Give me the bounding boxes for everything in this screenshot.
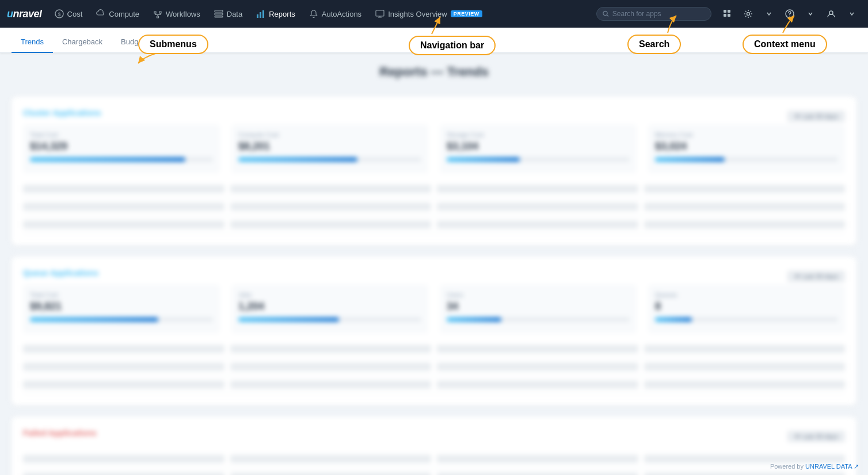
footer: Powered by UNRAVEL DATA ↗ — [761, 458, 868, 475]
preview-badge: PREVIEW — [451, 10, 482, 17]
svg-line-10 — [607, 15, 608, 16]
section-2-metrics: Total Cost $9,821 Jobs 1,204 Users 34 Qu… — [23, 284, 845, 333]
gear-icon — [744, 9, 753, 18]
svg-text:$: $ — [58, 12, 60, 17]
bell-icon — [309, 9, 318, 18]
svg-point-15 — [747, 13, 750, 16]
svg-point-18 — [829, 11, 833, 14]
nav-item-cost[interactable]: $ Cost — [49, 6, 89, 22]
section-1: Cluster Applications ▼ Last 30 days Tota… — [12, 97, 856, 245]
monitor-icon — [375, 9, 384, 18]
user-button[interactable] — [822, 5, 840, 23]
svg-rect-12 — [728, 10, 730, 13]
search-input[interactable] — [612, 10, 705, 18]
logo-text: unravel — [7, 8, 42, 20]
content-header: Reports — Trends — [12, 64, 856, 79]
metric-memory-cost: Memory Cost $3,024 — [648, 124, 845, 173]
nav-item-data[interactable]: Data — [208, 6, 248, 22]
section-3-label: Failed Applications — [23, 428, 97, 438]
subnav-item-chargeback[interactable]: Chargeback — [53, 32, 112, 53]
metric-compute-cost: Compute Cost $8,201 — [231, 124, 428, 173]
content-title: Reports — Trends — [12, 64, 856, 79]
main-content: Reports — Trends Cluster Applications ▼ … — [0, 53, 868, 475]
nav-item-compute[interactable]: Compute — [90, 6, 145, 22]
chevron-down-icon-3 — [849, 11, 855, 17]
metric-users: Users 34 — [440, 284, 637, 333]
section-3-action: ▼ Last 30 days — [787, 431, 845, 442]
section-2-action: ▼ Last 30 days — [787, 271, 845, 282]
help-button[interactable] — [781, 5, 799, 23]
svg-rect-14 — [728, 14, 730, 17]
metric-queue-cost: Total Cost $9,821 — [23, 284, 220, 333]
section-2: Queue Applications ▼ Last 30 days Total … — [12, 257, 856, 405]
metric-storage-cost: Storage Cost $3,104 — [440, 124, 637, 173]
nav-actions — [718, 5, 861, 23]
nav-item-insights[interactable]: Insights Overview PREVIEW — [370, 6, 488, 22]
chevron-down-icon — [766, 11, 772, 17]
svg-rect-7 — [262, 10, 264, 18]
svg-rect-2 — [215, 10, 223, 12]
grid-icon — [723, 9, 732, 18]
nav-item-autoactions[interactable]: AutoActions — [303, 6, 367, 22]
search-bar[interactable] — [596, 7, 711, 21]
svg-rect-4 — [215, 16, 223, 17]
annotation-submenus-arrow — [132, 51, 167, 68]
dollar-icon: $ — [55, 9, 64, 18]
logo[interactable]: unravel — [7, 8, 42, 20]
cloud-icon — [96, 9, 105, 18]
help-icon — [785, 9, 794, 18]
section-1-label: Cluster Applications — [23, 108, 101, 117]
chevron-down-button[interactable] — [760, 5, 778, 23]
subnav: Trends Chargeback Budget — [0, 28, 868, 53]
navigation-bar: unravel $ Cost Compute Workflows — [0, 0, 868, 28]
data-icon — [214, 9, 223, 18]
grid-icon-button[interactable] — [718, 5, 737, 23]
subnav-item-trends[interactable]: Trends — [12, 32, 53, 53]
svg-rect-3 — [215, 13, 223, 15]
user-icon — [827, 9, 836, 18]
metric-total-cost: Total Cost $14,329 — [23, 124, 220, 173]
svg-rect-6 — [260, 12, 261, 18]
svg-point-17 — [789, 16, 790, 17]
workflow-icon — [153, 9, 162, 18]
subnav-item-budget[interactable]: Budget — [112, 32, 154, 53]
page-wrapper: unravel $ Cost Compute Workflows — [0, 0, 868, 475]
svg-rect-5 — [257, 14, 258, 18]
section-1-metrics: Total Cost $14,329 Compute Cost $8,201 S… — [23, 124, 845, 173]
svg-rect-13 — [724, 14, 726, 17]
section-2-label: Queue Applications — [23, 268, 98, 278]
metric-queues: Queues 8 — [648, 284, 845, 333]
section-3: Failed Applications ▼ Last 30 days — [12, 417, 856, 475]
chevron-down-icon-2 — [808, 11, 813, 17]
svg-rect-11 — [724, 10, 726, 13]
section-1-action: ▼ Last 30 days — [787, 111, 845, 122]
table-1 — [23, 180, 845, 234]
svg-point-9 — [603, 11, 607, 15]
footer-link[interactable]: UNRAVEL DATA ↗ — [805, 463, 859, 470]
chevron-down-help-icon[interactable] — [801, 5, 820, 23]
search-icon — [603, 10, 609, 17]
nav-item-workflows[interactable]: Workflows — [147, 6, 206, 22]
metric-jobs: Jobs 1,204 — [231, 284, 428, 333]
table-2 — [23, 340, 845, 394]
chevron-down-user-icon[interactable] — [843, 5, 861, 23]
svg-rect-8 — [376, 10, 384, 16]
table-3 — [23, 450, 845, 475]
nav-item-reports[interactable]: Reports — [250, 6, 301, 22]
bar-chart-icon — [256, 9, 265, 18]
settings-button[interactable] — [739, 5, 757, 23]
